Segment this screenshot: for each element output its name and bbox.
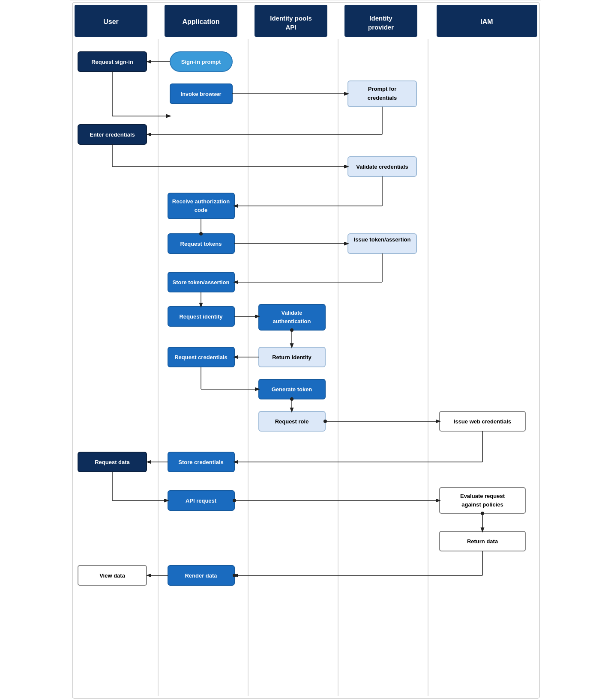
dot-render-data: [233, 574, 236, 577]
label-issue-token-1: Issue token/assertion: [354, 236, 411, 243]
label-receive-auth-1: Receive authorization: [172, 198, 230, 205]
col-label-iam: IAM: [480, 18, 493, 25]
label-request-role: Request role: [275, 418, 309, 425]
label-validate-auth-1: Validate: [281, 310, 302, 316]
label-enter-credentials: Enter credentials: [90, 131, 135, 138]
label-invoke-browser: Invoke browser: [180, 91, 221, 97]
label-store-token: Store token/assertion: [173, 279, 230, 286]
col-label-idpools-2: API: [285, 24, 296, 31]
label-request-identity: Request identity: [179, 313, 223, 320]
label-request-signin: Request sign-in: [91, 59, 133, 65]
node-prompt-credentials: [348, 81, 416, 107]
label-validate-auth-2: authentication: [273, 318, 311, 325]
diagram-container: User Application Identity pools API Iden…: [70, 0, 541, 700]
col-label-application: Application: [182, 18, 219, 25]
label-receive-auth-2: code: [195, 207, 207, 213]
label-return-data: Return data: [467, 538, 498, 545]
label-request-data: Request data: [95, 459, 130, 465]
col-label-idprovider-1: Identity: [369, 15, 392, 22]
col-label-idprovider-2: provider: [368, 24, 394, 31]
col-label-user: User: [103, 18, 119, 25]
label-return-identity: Return identity: [272, 354, 311, 360]
label-view-data: View data: [99, 572, 126, 579]
dot-gen-token: [290, 397, 294, 401]
label-store-credentials: Store credentials: [178, 459, 224, 465]
node-receive-auth-code: [168, 193, 234, 219]
dot-evaluate: [481, 512, 484, 515]
node-validate-auth: [259, 304, 325, 330]
node-evaluate-request: [440, 488, 525, 513]
dot-validate-auth: [290, 328, 294, 332]
col-label-idpools-1: Identity pools: [270, 15, 312, 22]
label-request-tokens: Request tokens: [180, 241, 222, 247]
label-render-data: Render data: [185, 572, 217, 579]
label-generate-token: Generate token: [272, 386, 312, 393]
label-signin-prompt: Sign-in prompt: [181, 59, 221, 65]
label-evaluate-2: against policies: [461, 501, 503, 508]
label-prompt-cred-2: credentials: [368, 95, 397, 101]
label-issue-web-cred: Issue web credentials: [454, 418, 511, 425]
sequence-diagram: User Application Identity pools API Iden…: [70, 0, 542, 700]
dot-auth-tokens: [199, 232, 203, 235]
label-request-credentials: Request credentials: [174, 354, 228, 360]
label-evaluate-1: Evaluate request: [460, 493, 505, 499]
label-api-request: API request: [186, 497, 217, 504]
label-prompt-cred-1: Prompt for: [368, 86, 396, 92]
label-validate-credentials: Validate credentials: [356, 164, 408, 170]
